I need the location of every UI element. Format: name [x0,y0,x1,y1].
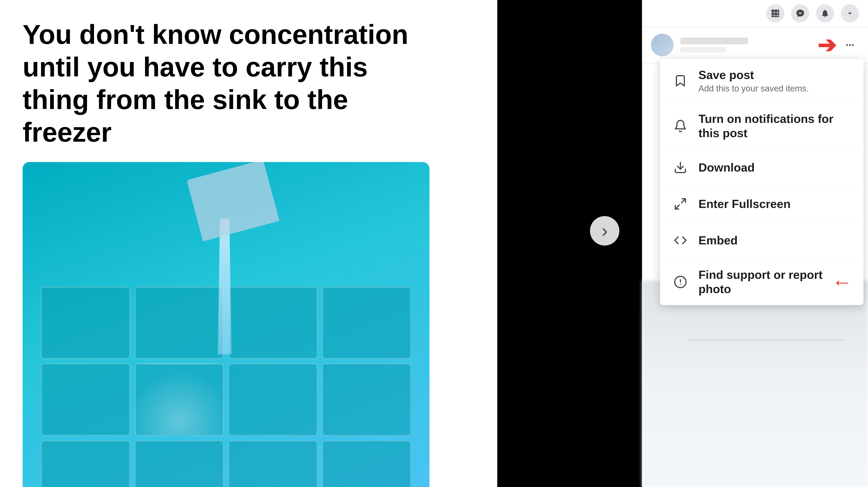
svg-rect-5 [778,13,779,16]
svg-point-11 [852,44,854,46]
notification-bell-icon [820,9,830,18]
post-image [23,162,430,487]
save-post-title: Save post [699,68,852,82]
ellipsis-icon [845,40,855,50]
profile-time-placeholder [680,47,725,53]
blurred-divider [687,340,845,341]
ice-cell [322,440,412,487]
ice-cell [134,440,224,487]
bookmark-icon [671,72,689,90]
grid-icon-button[interactable] [766,4,784,22]
save-post-subtitle: Add this to your saved items. [699,84,852,93]
svg-rect-0 [772,9,774,12]
ice-tray-image [23,162,430,487]
svg-rect-2 [778,9,779,12]
profile-info [680,37,811,53]
notifications-text: Turn on notifications for this post [699,112,852,140]
dropdown-menu: Save post Add this to your saved items. … [660,59,864,305]
more-btn-area: ➔ [817,34,859,56]
chevron-down-icon [845,9,855,18]
post-content-area: You don't know concentration until you h… [0,0,497,487]
svg-rect-4 [775,13,777,16]
embed-icon [671,231,689,249]
next-button[interactable]: › [590,216,619,246]
post-title: You don't know concentration until you h… [23,18,430,148]
fullscreen-text: Enter Fullscreen [699,197,852,211]
fullscreen-menu-item[interactable]: Enter Fullscreen [660,186,864,222]
ice-cell [41,286,130,359]
svg-point-9 [846,44,848,46]
download-title: Download [699,161,852,174]
bell-icon [671,117,689,135]
ice-cell [322,363,412,436]
svg-point-10 [849,44,850,46]
profile-area: ➔ [642,27,868,63]
top-nav [642,0,868,27]
save-post-text: Save post Add this to your saved items. [699,68,852,93]
svg-rect-3 [772,13,774,16]
save-post-menu-item[interactable]: Save post Add this to your saved items. [660,59,864,103]
download-icon [671,159,689,176]
svg-rect-6 [772,16,774,17]
viewer-area: ⊕ ⊖ ⛶ [497,0,642,487]
ice-cell-water [134,363,224,436]
ice-cell [134,286,224,359]
red-arrow-left-icon: ← [832,272,852,292]
ice-cell [41,440,130,487]
ice-cell [41,363,130,436]
fullscreen-icon [671,195,689,213]
notification-icon-button[interactable] [816,4,834,22]
report-title: Find support or report photo [699,268,823,296]
download-menu-item[interactable]: Download [660,149,864,186]
pitcher [187,162,280,241]
profile-name-placeholder [680,37,748,45]
report-text: Find support or report photo [699,268,823,296]
more-options-button[interactable] [841,36,859,54]
avatar [651,34,674,56]
svg-rect-7 [775,16,777,17]
ice-cell [228,363,318,436]
embed-title: Embed [699,233,852,247]
svg-rect-1 [775,9,777,12]
post-container: You don't know concentration until you h… [0,0,497,487]
notifications-title: Turn on notifications for this post [699,112,852,140]
embed-menu-item[interactable]: Embed [660,222,864,259]
messenger-icon [796,9,805,18]
water-stream [218,219,231,354]
download-text: Download [699,161,852,174]
svg-line-14 [675,205,680,209]
messenger-icon-button[interactable] [791,4,809,22]
ice-cell [322,286,412,359]
grid-icon [771,9,780,18]
chevron-down-button[interactable] [841,4,859,22]
svg-rect-8 [778,16,779,17]
turn-on-notifications-menu-item[interactable]: Turn on notifications for this post [660,103,864,149]
report-menu-item[interactable]: Find support or report photo ← [660,259,864,305]
ice-cell [228,286,318,359]
red-arrow-right-icon: ➔ [817,34,836,56]
sidebar: ➔ Save post Add this to your saved items… [642,0,868,487]
svg-line-13 [682,199,686,203]
ice-cell [228,440,318,487]
embed-text: Embed [699,233,852,247]
next-arrow-icon: › [602,221,608,241]
fullscreen-title: Enter Fullscreen [699,197,852,211]
blurred-content-area [642,281,868,487]
report-icon [671,273,689,291]
